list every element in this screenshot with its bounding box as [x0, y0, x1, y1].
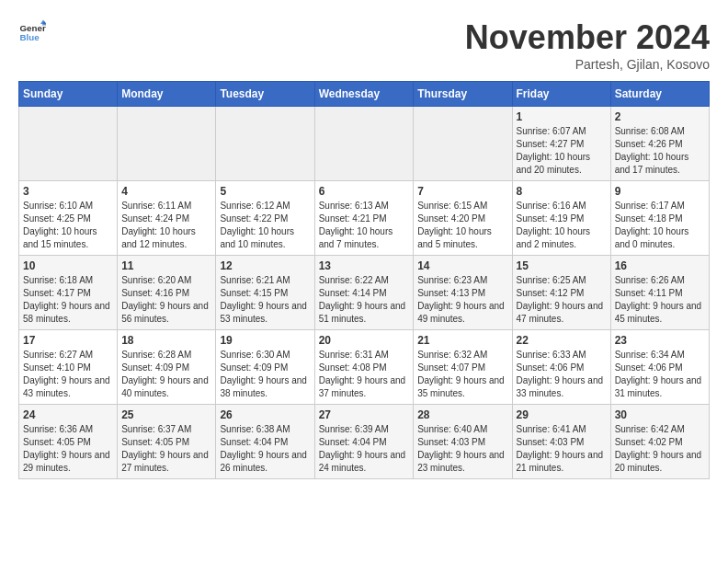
- day-number: 22: [517, 334, 607, 347]
- day-info: Sunrise: 6:34 AM Sunset: 4:06 PM Dayligh…: [615, 349, 705, 400]
- calendar-cell: 27Sunrise: 6:39 AM Sunset: 4:04 PM Dayli…: [314, 405, 414, 479]
- calendar-cell: 2Sunrise: 6:08 AM Sunset: 4:26 PM Daylig…: [610, 107, 709, 181]
- day-info: Sunrise: 6:39 AM Sunset: 4:04 PM Dayligh…: [319, 423, 410, 475]
- weekday-header: Monday: [118, 82, 216, 107]
- day-number: 5: [220, 185, 310, 198]
- day-number: 18: [121, 334, 211, 347]
- calendar-cell: 5Sunrise: 6:12 AM Sunset: 4:22 PM Daylig…: [216, 181, 314, 256]
- location-subtitle: Partesh, Gjilan, Kosovo: [465, 57, 710, 72]
- day-info: Sunrise: 6:07 AM Sunset: 4:27 PM Dayligh…: [517, 125, 607, 177]
- day-number: 9: [615, 185, 705, 198]
- weekday-header: Sunday: [19, 82, 118, 107]
- calendar-cell: 17Sunrise: 6:27 AM Sunset: 4:10 PM Dayli…: [19, 330, 118, 405]
- day-number: 19: [220, 334, 310, 347]
- calendar-cell: 29Sunrise: 6:41 AM Sunset: 4:03 PM Dayli…: [512, 405, 610, 479]
- calendar-cell: 10Sunrise: 6:18 AM Sunset: 4:17 PM Dayli…: [19, 256, 118, 330]
- title-block: November 2024 Partesh, Gjilan, Kosovo: [465, 18, 710, 72]
- day-info: Sunrise: 6:28 AM Sunset: 4:09 PM Dayligh…: [121, 349, 211, 400]
- calendar-cell: 19Sunrise: 6:30 AM Sunset: 4:09 PM Dayli…: [216, 330, 314, 405]
- day-info: Sunrise: 6:21 AM Sunset: 4:15 PM Dayligh…: [220, 274, 310, 326]
- weekday-header: Thursday: [414, 82, 512, 107]
- calendar-cell: 20Sunrise: 6:31 AM Sunset: 4:08 PM Dayli…: [314, 330, 414, 405]
- day-info: Sunrise: 6:23 AM Sunset: 4:13 PM Dayligh…: [417, 274, 507, 326]
- calendar-week-row: 10Sunrise: 6:18 AM Sunset: 4:17 PM Dayli…: [19, 256, 710, 330]
- day-info: Sunrise: 6:16 AM Sunset: 4:19 PM Dayligh…: [517, 200, 607, 251]
- day-number: 13: [319, 259, 410, 272]
- day-info: Sunrise: 6:13 AM Sunset: 4:21 PM Dayligh…: [319, 200, 410, 251]
- day-info: Sunrise: 6:20 AM Sunset: 4:16 PM Dayligh…: [121, 274, 211, 326]
- day-info: Sunrise: 6:08 AM Sunset: 4:26 PM Dayligh…: [615, 125, 705, 177]
- calendar-cell: [414, 107, 512, 181]
- day-number: 8: [517, 185, 607, 198]
- day-info: Sunrise: 6:30 AM Sunset: 4:09 PM Dayligh…: [220, 349, 310, 400]
- calendar-body: 1Sunrise: 6:07 AM Sunset: 4:27 PM Daylig…: [19, 107, 710, 479]
- calendar-cell: 28Sunrise: 6:40 AM Sunset: 4:03 PM Dayli…: [414, 405, 512, 479]
- day-info: Sunrise: 6:10 AM Sunset: 4:25 PM Dayligh…: [23, 200, 113, 251]
- calendar-table: SundayMondayTuesdayWednesdayThursdayFrid…: [18, 81, 710, 479]
- calendar-cell: 26Sunrise: 6:38 AM Sunset: 4:04 PM Dayli…: [216, 405, 314, 479]
- day-info: Sunrise: 6:36 AM Sunset: 4:05 PM Dayligh…: [23, 423, 113, 475]
- day-info: Sunrise: 6:33 AM Sunset: 4:06 PM Dayligh…: [517, 349, 607, 400]
- logo: General Blue: [18, 18, 46, 46]
- day-number: 3: [23, 185, 113, 198]
- calendar-cell: 13Sunrise: 6:22 AM Sunset: 4:14 PM Dayli…: [314, 256, 414, 330]
- calendar-cell: 30Sunrise: 6:42 AM Sunset: 4:02 PM Dayli…: [610, 405, 709, 479]
- calendar-cell: 6Sunrise: 6:13 AM Sunset: 4:21 PM Daylig…: [314, 181, 414, 256]
- day-number: 23: [615, 334, 705, 347]
- logo-icon: General Blue: [18, 18, 46, 46]
- day-info: Sunrise: 6:15 AM Sunset: 4:20 PM Dayligh…: [417, 200, 507, 251]
- day-info: Sunrise: 6:17 AM Sunset: 4:18 PM Dayligh…: [615, 200, 705, 251]
- day-number: 16: [615, 259, 705, 272]
- day-number: 20: [319, 334, 410, 347]
- day-info: Sunrise: 6:22 AM Sunset: 4:14 PM Dayligh…: [319, 274, 410, 326]
- day-info: Sunrise: 6:11 AM Sunset: 4:24 PM Dayligh…: [121, 200, 211, 251]
- calendar-cell: 3Sunrise: 6:10 AM Sunset: 4:25 PM Daylig…: [19, 181, 118, 256]
- calendar-cell: 21Sunrise: 6:32 AM Sunset: 4:07 PM Dayli…: [414, 330, 512, 405]
- day-info: Sunrise: 6:25 AM Sunset: 4:12 PM Dayligh…: [517, 274, 607, 326]
- day-number: 24: [23, 408, 113, 421]
- day-number: 7: [417, 185, 507, 198]
- weekday-header: Saturday: [610, 82, 709, 107]
- day-number: 14: [417, 259, 507, 272]
- day-number: 29: [517, 408, 607, 421]
- calendar-cell: 25Sunrise: 6:37 AM Sunset: 4:05 PM Dayli…: [118, 405, 216, 479]
- day-info: Sunrise: 6:18 AM Sunset: 4:17 PM Dayligh…: [23, 274, 113, 326]
- day-info: Sunrise: 6:37 AM Sunset: 4:05 PM Dayligh…: [121, 423, 211, 475]
- calendar-week-row: 24Sunrise: 6:36 AM Sunset: 4:05 PM Dayli…: [19, 405, 710, 479]
- calendar-cell: [314, 107, 414, 181]
- day-number: 17: [23, 334, 113, 347]
- calendar-cell: 11Sunrise: 6:20 AM Sunset: 4:16 PM Dayli…: [118, 256, 216, 330]
- day-info: Sunrise: 6:27 AM Sunset: 4:10 PM Dayligh…: [23, 349, 113, 400]
- day-number: 10: [23, 259, 113, 272]
- day-info: Sunrise: 6:42 AM Sunset: 4:02 PM Dayligh…: [615, 423, 705, 475]
- day-number: 6: [319, 185, 410, 198]
- day-info: Sunrise: 6:40 AM Sunset: 4:03 PM Dayligh…: [417, 423, 507, 475]
- calendar-cell: 23Sunrise: 6:34 AM Sunset: 4:06 PM Dayli…: [610, 330, 709, 405]
- day-number: 4: [121, 185, 211, 198]
- day-number: 1: [517, 110, 607, 123]
- calendar-cell: [118, 107, 216, 181]
- day-number: 12: [220, 259, 310, 272]
- day-info: Sunrise: 6:41 AM Sunset: 4:03 PM Dayligh…: [517, 423, 607, 475]
- calendar-cell: 12Sunrise: 6:21 AM Sunset: 4:15 PM Dayli…: [216, 256, 314, 330]
- day-number: 26: [220, 408, 310, 421]
- day-info: Sunrise: 6:12 AM Sunset: 4:22 PM Dayligh…: [220, 200, 310, 251]
- weekday-header: Friday: [512, 82, 610, 107]
- weekday-header: Wednesday: [314, 82, 414, 107]
- day-number: 25: [121, 408, 211, 421]
- calendar-cell: 7Sunrise: 6:15 AM Sunset: 4:20 PM Daylig…: [414, 181, 512, 256]
- day-info: Sunrise: 6:38 AM Sunset: 4:04 PM Dayligh…: [220, 423, 310, 475]
- weekday-row: SundayMondayTuesdayWednesdayThursdayFrid…: [19, 82, 710, 107]
- calendar-cell: 16Sunrise: 6:26 AM Sunset: 4:11 PM Dayli…: [610, 256, 709, 330]
- day-number: 30: [615, 408, 705, 421]
- calendar-week-row: 1Sunrise: 6:07 AM Sunset: 4:27 PM Daylig…: [19, 107, 710, 181]
- weekday-header: Tuesday: [216, 82, 314, 107]
- calendar-cell: 15Sunrise: 6:25 AM Sunset: 4:12 PM Dayli…: [512, 256, 610, 330]
- calendar-cell: 9Sunrise: 6:17 AM Sunset: 4:18 PM Daylig…: [610, 181, 709, 256]
- calendar-header: SundayMondayTuesdayWednesdayThursdayFrid…: [19, 82, 710, 107]
- calendar-cell: 4Sunrise: 6:11 AM Sunset: 4:24 PM Daylig…: [118, 181, 216, 256]
- month-title: November 2024: [465, 18, 710, 57]
- day-info: Sunrise: 6:26 AM Sunset: 4:11 PM Dayligh…: [615, 274, 705, 326]
- calendar-cell: 22Sunrise: 6:33 AM Sunset: 4:06 PM Dayli…: [512, 330, 610, 405]
- calendar-cell: 8Sunrise: 6:16 AM Sunset: 4:19 PM Daylig…: [512, 181, 610, 256]
